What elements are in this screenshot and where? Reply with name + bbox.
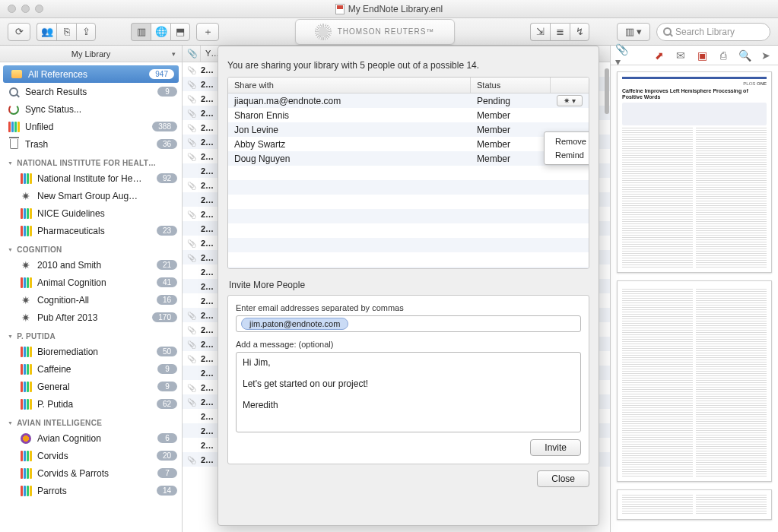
combined-mode-button[interactable]: ⬒ (170, 23, 190, 41)
layout-button[interactable]: ▥ ▾ (617, 23, 650, 41)
export-button[interactable]: ↯ (570, 23, 589, 41)
sidebar-item[interactable]: Pharmaceuticals23 (0, 222, 182, 239)
sidebar-item[interactable]: National Institute for He…92 (0, 169, 182, 187)
sidebar-item-unfiled[interactable]: Unfiled388 (0, 118, 182, 135)
sidebar-item[interactable]: Animal Cognition41 (0, 274, 182, 291)
sidebar-group-header[interactable]: P. PUTIDA (0, 326, 182, 343)
pdf-page-1[interactable]: PLOS ONE Caffeine Improves Left Hemisphe… (617, 71, 772, 273)
sidebar-item-label: Avian Cognition (37, 433, 152, 444)
share-row-actions[interactable]: ✷ ▾ (557, 95, 583, 106)
insert-citation-button[interactable]: ⇲ (530, 23, 550, 41)
close-button[interactable]: Close (537, 470, 589, 487)
attachment-cell (183, 210, 201, 219)
attachment-icon[interactable]: 📎▾ (615, 49, 630, 62)
count-badge: 36 (157, 139, 177, 149)
sidebar-group-header[interactable]: AVIAN INTELLIGENCE (0, 413, 182, 429)
next-button[interactable]: ➤ (758, 49, 773, 62)
share-export-button[interactable]: ⇪ (76, 23, 96, 41)
sidebar-group-header[interactable]: COGNITION (0, 239, 182, 256)
sidebar-item-label: Unfiled (25, 122, 147, 132)
sidebar-item-trash[interactable]: Trash36 (0, 135, 182, 153)
sidebar-item-label: Cognition-All (37, 295, 151, 306)
share-row[interactable]: Abby SwartzMember (228, 137, 589, 151)
count-badge: 62 (157, 399, 177, 409)
share-button-group: 👥 ⎘ ⇪ (37, 23, 96, 41)
sidebar-item-label: General (37, 382, 152, 392)
share-library-button[interactable]: 👥 (37, 23, 56, 41)
sidebar-item[interactable]: P. Putida62 (0, 395, 182, 413)
email-chip[interactable]: jim.paton@endnote.com (241, 318, 348, 330)
share-row[interactable]: Doug NguyenMember✷ ▾ (228, 151, 589, 166)
sidebar-list[interactable]: All References947Search Results9Sync Sta… (0, 62, 182, 532)
local-mode-button[interactable]: ▥ (131, 23, 151, 41)
paper-title: Caffeine Improves Left Hemisphere Proces… (622, 88, 767, 100)
sync-button[interactable]: ⟳ (8, 23, 30, 41)
attachment-cell (183, 253, 201, 262)
col-actions (551, 78, 589, 93)
col-share-with[interactable]: Share with (228, 78, 471, 93)
sidebar-header[interactable]: My Library (0, 46, 182, 62)
open-pdf-button[interactable]: ⬈ (652, 49, 667, 62)
format-button[interactable]: ≣ (550, 23, 570, 41)
sidebar-item-label: Trash (25, 139, 151, 150)
new-reference-button[interactable]: ＋ (196, 23, 219, 41)
sidebar-item-sync-status[interactable]: Sync Status... (0, 100, 182, 118)
share-status-button[interactable]: ⎘ (56, 23, 76, 41)
invite-title: Invite More People (229, 280, 588, 290)
annotate-button[interactable]: ▣ (694, 49, 710, 62)
menu-remind[interactable]: Remind (545, 148, 589, 162)
sidebar-item[interactable]: General9 (0, 378, 182, 395)
email-button[interactable]: ✉ (673, 49, 688, 62)
sidebar-group-header[interactable]: NATIONAL INSTITUTE FOR HEALT… (0, 153, 182, 169)
attachment-cell (183, 94, 201, 103)
count-badge: 170 (152, 312, 177, 322)
share-status: Member (471, 110, 551, 121)
search-placeholder: Search Library (675, 27, 735, 37)
online-mode-button[interactable]: 🌐 (151, 23, 170, 41)
attachment-cell (183, 325, 201, 334)
count-badge: 41 (157, 277, 177, 287)
sidebar-item-label: Bioremediation (37, 347, 151, 357)
invite-message-input[interactable] (236, 352, 581, 432)
attachment-cell (183, 397, 201, 407)
sidebar-item[interactable]: Corvids20 (0, 447, 182, 464)
invite-button[interactable]: Invite (530, 439, 581, 456)
sidebar-item-search-results[interactable]: Search Results9 (0, 83, 182, 100)
sidebar-item[interactable]: Parrots14 (0, 482, 182, 499)
share-row[interactable]: Sharon EnnisMember (228, 108, 589, 122)
window-title: My EndNote Library.enl (0, 4, 778, 14)
preview-pages[interactable]: PLOS ONE Caffeine Improves Left Hemisphe… (611, 65, 778, 532)
share-name: Abby Swartz (228, 139, 471, 150)
sidebar-item-label: National Institute for He… (37, 173, 151, 184)
find-button[interactable]: 🔍 (737, 49, 752, 62)
invite-email-input[interactable]: jim.paton@endnote.com (236, 315, 581, 332)
email-label: Enter email addresses separated by comma… (236, 303, 581, 312)
col-attachment[interactable]: 📎 (183, 46, 201, 62)
sidebar-item[interactable]: Caffeine9 (0, 360, 182, 378)
menu-remove[interactable]: Remove (545, 135, 589, 148)
sidebar-item-label: All References (28, 69, 144, 80)
sidebar-item[interactable]: ✷Pub After 2013170 (0, 309, 182, 326)
pdf-page-2[interactable] (617, 280, 772, 482)
print-button[interactable]: ⎙ (716, 49, 731, 62)
sidebar-item[interactable]: ✷New Smart Group Aug… (0, 187, 182, 204)
sidebar-item[interactable]: Avian Cognition6 (0, 429, 182, 447)
share-name: Doug Nguyen (228, 154, 471, 164)
share-row[interactable]: Jon LevineMember (228, 122, 589, 137)
attachment-cell (183, 455, 201, 464)
col-status[interactable]: Status (471, 78, 551, 93)
sidebar-item-all-references[interactable]: All References947 (3, 65, 179, 83)
attachment-cell (183, 354, 201, 363)
sidebar-item[interactable]: NICE Guidelines (0, 204, 182, 222)
share-table: Share with Status jiaquan.ma@endnote.com… (227, 77, 589, 269)
sidebar-item[interactable]: ✷2010 and Smith21 (0, 256, 182, 274)
sidebar-item[interactable]: Bioremediation50 (0, 343, 182, 360)
share-row[interactable]: jiaquan.ma@endnote.comPending✷ ▾ (228, 93, 589, 108)
sidebar-item[interactable]: Corvids & Parrots7 (0, 464, 182, 482)
share-row-menu: Remove Remind (544, 131, 589, 165)
list-scrollbar[interactable] (605, 68, 609, 114)
share-status: Member (471, 125, 551, 135)
search-library-field[interactable]: Search Library (656, 23, 770, 41)
pdf-page-3[interactable] (617, 489, 772, 520)
sidebar-item[interactable]: ✷Cognition-All16 (0, 291, 182, 309)
